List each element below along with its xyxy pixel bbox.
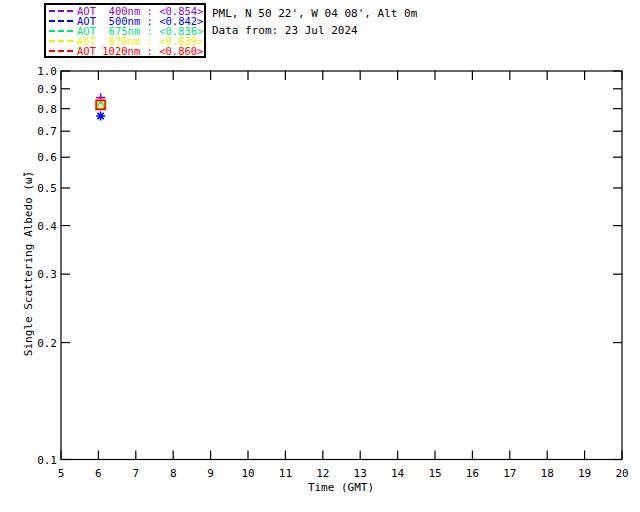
x-axis-tick-label: 16: [466, 467, 479, 480]
x-axis-tick-label: 11: [279, 467, 292, 480]
y-axis-title: Single Scattering Albedo (ω̃): [22, 114, 35, 414]
x-axis-tick-label: 20: [615, 467, 628, 480]
ssa-plot-page: AOT 400nm : <0.854> AOT 500nm : <0.842> …: [0, 0, 640, 512]
x-axis-tick-label: 19: [578, 467, 591, 480]
y-axis-tick-label: 0.7: [37, 125, 57, 138]
x-axis-tick-label: 9: [207, 467, 214, 480]
y-axis-tick-label: 0.5: [37, 182, 57, 195]
y-axis-tick-label: 0.8: [37, 103, 57, 116]
x-axis-tick-label: 12: [316, 467, 329, 480]
x-axis-tick-label: 14: [391, 467, 405, 480]
y-axis-tick-label: 0.6: [37, 151, 57, 164]
x-axis-tick-label: 18: [541, 467, 554, 480]
y-axis-tick-label: 1.0: [37, 65, 57, 78]
x-axis-tick-label: 8: [170, 467, 177, 480]
x-axis-tick-label: 10: [241, 467, 254, 480]
x-axis-tick-label: 5: [58, 467, 65, 480]
y-axis-tick-label: 0.9: [37, 83, 57, 96]
y-axis-tick-label: 0.2: [37, 337, 57, 350]
y-axis-tick-label: 0.3: [37, 268, 57, 281]
x-axis-title: Time (GMT): [281, 481, 401, 494]
plot-canvas: 5678910111213141516171819201.00.90.80.70…: [0, 0, 640, 512]
data-point-500nm: [96, 111, 105, 120]
x-axis-tick-label: 17: [503, 467, 516, 480]
x-axis-tick-label: 13: [354, 467, 367, 480]
y-axis-tick-label: 0.4: [37, 220, 57, 233]
plot-border: [61, 71, 622, 460]
y-axis-tick-label: 0.1: [37, 454, 57, 467]
x-axis-tick-label: 15: [428, 467, 441, 480]
x-axis-tick-label: 6: [95, 467, 102, 480]
x-axis-tick-label: 7: [132, 467, 139, 480]
